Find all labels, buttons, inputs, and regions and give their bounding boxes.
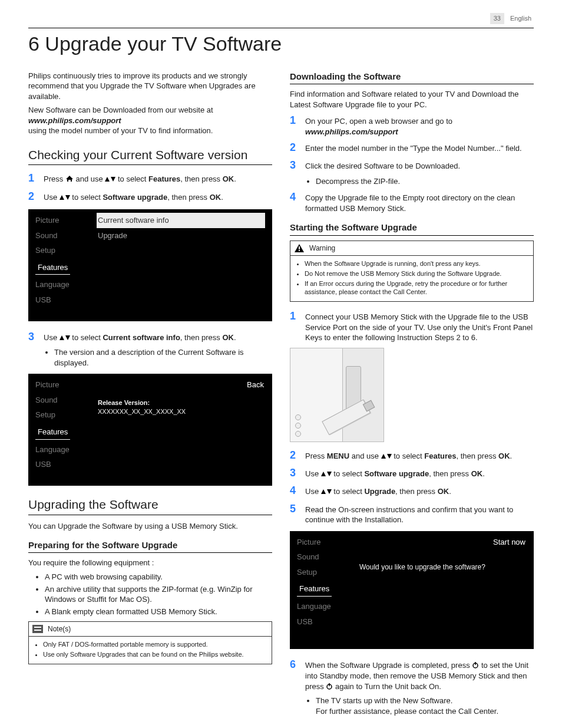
svg-marker-13 (327, 472, 332, 476)
heading-starting: Starting the Software Upgrade (290, 222, 534, 235)
heading-upgrading: Upgrading the Software (28, 496, 272, 515)
dl-step-4: 4 Copy the Upgrade file to the Empty roo… (290, 190, 534, 213)
start-step-5: 5 Read the On-screen instructions and co… (290, 502, 534, 525)
svg-rect-9 (299, 250, 300, 251)
page-header: 33 English (28, 13, 534, 24)
power-icon (472, 661, 479, 671)
menu-upgrade-question: Would you like to upgrade the software? (358, 560, 527, 574)
menu-upgrade: Upgrade (97, 228, 265, 243)
warning-label: Warning (309, 243, 335, 253)
downloading-intro: Find information and Software related to… (290, 89, 534, 110)
prep-intro: You require the following equipment : (28, 558, 272, 568)
upgrading-intro: You can Upgrade the Software by using a … (28, 521, 272, 532)
notes-label: Note(s) (48, 624, 71, 634)
up-down-icon (59, 193, 70, 203)
menu-screenshot-1: Picture Sound Setup Features Language US… (28, 209, 272, 321)
start-step-3: 3 Use to select Software upgrade, then p… (290, 466, 534, 480)
intro-paragraph: Philips continuously tries to improve it… (28, 71, 272, 102)
menu-usb: USB (34, 292, 93, 308)
menu-start-now: Start now (358, 535, 527, 550)
svg-marker-10 (381, 454, 386, 459)
release-value: XXXXXXX_XX_XX_XXXX_XX (98, 408, 186, 415)
svg-marker-4 (65, 195, 70, 200)
menu-screenshot-2: Picture Sound Setup Features Language US… (28, 374, 272, 486)
menu-sound: Sound (34, 228, 93, 243)
svg-rect-8 (299, 246, 300, 249)
menu-features: Features (35, 261, 70, 275)
start-step-1: 1 Connect your USB Memory Stick with the… (290, 309, 534, 343)
usb-illustration (290, 348, 384, 442)
notes-box: Note(s) Only FAT / DOS-formatted portabl… (28, 621, 272, 664)
svg-marker-5 (59, 335, 64, 340)
support-url: www.philips.com/support (305, 127, 398, 136)
heading-downloading: Downloading the Software (290, 71, 534, 84)
up-down-icon (105, 174, 115, 185)
power-icon (326, 682, 333, 693)
heading-preparing: Preparing for the Software Upgrade (28, 539, 272, 553)
page-title: 6 Upgrade your TV Software (28, 28, 534, 58)
home-icon (65, 174, 74, 185)
svg-marker-1 (105, 177, 110, 182)
dl-step-3: 3 Click the desired Software to be Downl… (290, 158, 534, 172)
heading-checking: Checking your Current Software version (28, 147, 272, 165)
warning-box: Warning When the Software Upgrade is run… (290, 241, 534, 302)
dl-step-2: 2 Enter the model number in the "Type th… (290, 140, 534, 154)
support-url: www.philips.com/support (28, 116, 121, 125)
right-column: Downloading the Software Find informatio… (290, 71, 534, 717)
svg-marker-11 (387, 454, 392, 459)
page-language: English (508, 13, 534, 24)
menu-picture: Picture (34, 213, 93, 228)
note-icon (32, 625, 43, 633)
up-down-icon (321, 487, 332, 498)
menu-language: Language (34, 277, 93, 292)
left-column: Philips continuously tries to improve it… (28, 71, 272, 717)
svg-marker-14 (321, 489, 326, 494)
release-label: Release Version: (98, 399, 150, 406)
svg-marker-0 (66, 176, 73, 182)
page-number: 33 (490, 13, 504, 24)
start-step-2: 2 Press MENU and use to select Features,… (290, 448, 534, 462)
intro-download: New Software can be Downloaded from our … (28, 105, 272, 136)
menu-screenshot-3: Picture Sound Setup Features Language US… (290, 531, 534, 649)
check-step-3-bullet: The version and a description of the Cur… (54, 347, 272, 368)
svg-marker-12 (321, 472, 326, 476)
svg-marker-15 (327, 489, 332, 494)
svg-marker-3 (59, 195, 64, 200)
check-step-2: 2 Use to select Software upgrade, then p… (28, 189, 272, 203)
prep-list: A PC with web browsing capability. An ar… (28, 572, 272, 617)
up-down-icon (381, 452, 392, 462)
start-step-6: 6 When the Software Upgrade is completed… (290, 657, 534, 693)
up-down-icon (321, 469, 332, 480)
menu-setup: Setup (34, 243, 93, 258)
check-step-3: 3 Use to select Current software info, t… (28, 330, 272, 344)
check-step-1: 1 Press and use to select Features, then… (28, 171, 272, 185)
menu-current-software-info: Current software info (97, 213, 265, 228)
svg-marker-6 (65, 335, 70, 340)
dl-step-1: 1 On your PC, open a web browser and go … (290, 113, 534, 137)
start-step-4: 4 Use to select Upgrade, then press OK. (290, 483, 534, 498)
warning-icon (294, 243, 305, 253)
up-down-icon (59, 333, 70, 344)
menu-back: Back (97, 377, 265, 393)
